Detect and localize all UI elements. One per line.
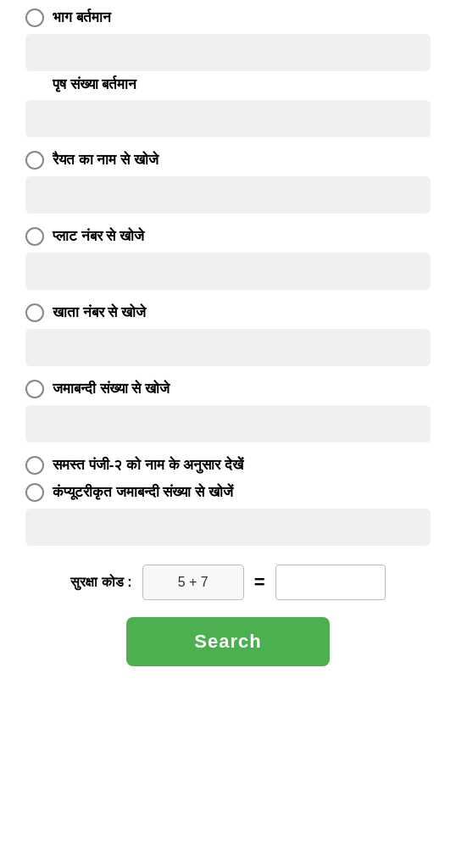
- radio-icon-computerised[interactable]: [25, 483, 44, 502]
- input-prishtha-sankhya[interactable]: [25, 100, 431, 137]
- section-plat-number: प्लाट नंबर से खोजे: [25, 227, 431, 295]
- label-jamabandi-sankhya: जमाबन्दी संख्या से खोजे: [53, 381, 170, 398]
- security-answer-input[interactable]: [275, 565, 386, 600]
- radio-computerised-jamabandi[interactable]: कंप्यूटरीकृत जमाबन्दी संख्या से खोजें: [25, 483, 431, 502]
- section-raiyat-naam: रैयत का नाम से खोजे: [25, 151, 431, 219]
- radio-icon-jamabandi[interactable]: [25, 380, 44, 398]
- input-raiyat-naam[interactable]: [25, 176, 431, 214]
- input-khata-number[interactable]: [25, 329, 431, 366]
- input-jamabandi-sankhya[interactable]: [25, 405, 431, 442]
- input-computerised-jamabandi[interactable]: [25, 509, 431, 546]
- label-prishtha-sankhya: पृष संख्या बर्तमान: [53, 76, 431, 93]
- label-samast-panji: समस्त पंजी-२ को नाम के अनुसार देखें: [53, 457, 243, 474]
- section-khata-number: खाता नंबर से खोजे: [25, 303, 431, 371]
- radio-samast-panji[interactable]: समस्त पंजी-२ को नाम के अनुसार देखें: [25, 456, 431, 475]
- radio-bhag-bartaman[interactable]: भाग बर्तमान: [25, 8, 431, 27]
- label-raiyat-naam: रैयत का नाम से खोजे: [53, 152, 158, 169]
- input-bhag-bartaman[interactable]: [25, 34, 431, 71]
- radio-jamabandi-sankhya[interactable]: जमाबन्दी संख्या से खोजे: [25, 380, 431, 398]
- radio-plat-number[interactable]: प्लाट नंबर से खोजे: [25, 227, 431, 246]
- section-jamabandi-sankhya: जमाबन्दी संख्या से खोजे: [25, 380, 431, 448]
- radio-raiyat-naam[interactable]: रैयत का नाम से खोजे: [25, 151, 431, 170]
- equals-sign: =: [254, 571, 265, 593]
- input-plat-number[interactable]: [25, 253, 431, 290]
- section-bhag-bartaman: भाग बर्तमान पृष संख्या बर्तमान: [25, 8, 431, 142]
- label-bhag-bartaman: भाग बर्तमान: [53, 9, 111, 26]
- radio-icon-samast[interactable]: [25, 456, 44, 475]
- label-khata-number: खाता नंबर से खोजे: [53, 304, 146, 321]
- radio-icon-plat[interactable]: [25, 227, 44, 246]
- section-samast-panji: समस्त पंजी-२ को नाम के अनुसार देखें: [25, 456, 431, 475]
- radio-icon-bhag[interactable]: [25, 8, 44, 27]
- section-computerised-jamabandi: कंप्यूटरीकृत जमाबन्दी संख्या से खोजें: [25, 483, 431, 551]
- radio-icon-raiyat[interactable]: [25, 151, 44, 170]
- security-code-label: सुरक्षा कोड :: [70, 575, 131, 590]
- label-plat-number: प्लाट नंबर से खोजे: [53, 228, 144, 245]
- security-code-display: [142, 565, 244, 600]
- radio-icon-khata[interactable]: [25, 303, 44, 322]
- label-computerised-jamabandi: कंप्यूटरीकृत जमाबन्दी संख्या से खोजें: [53, 484, 233, 501]
- security-code-row: सुरक्षा कोड : =: [25, 565, 431, 600]
- radio-khata-number[interactable]: खाता नंबर से खोजे: [25, 303, 431, 322]
- search-button[interactable]: Search: [126, 617, 330, 666]
